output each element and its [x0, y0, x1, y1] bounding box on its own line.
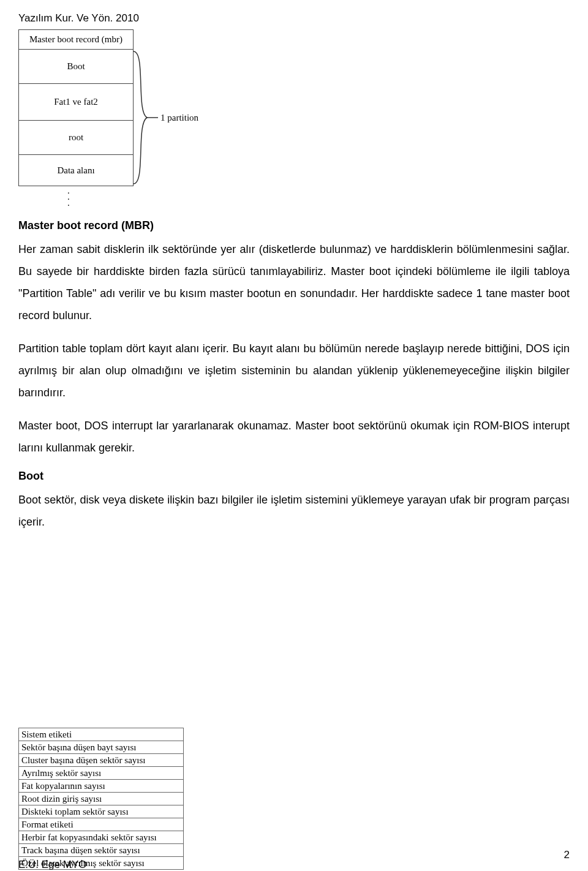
cell-label: Fat1 ve fat2 [54, 97, 98, 107]
boot-sector-fields-table: Sistem etiketi Sektör başına düşen bayt … [18, 728, 184, 870]
table-row: Sektör başına düşen bayt sayısı [19, 741, 184, 754]
table-row: Cluster başına düşen sektör sayısı [19, 754, 184, 767]
table-cell: Fat kopyalarının sayısı [19, 780, 184, 793]
table-row: Ayrılmış sektör sayısı [19, 767, 184, 780]
table-cell: Format etiketi [19, 818, 184, 831]
cell-label: Boot [67, 61, 85, 72]
table-cell: Cluster başına düşen sektör sayısı [19, 754, 184, 767]
mbr-structure-diagram: Master boot record (mbr) Boot Fat1 ve fa… [18, 29, 570, 209]
cell-fat: Fat1 ve fat2 [19, 84, 133, 121]
cell-label: Data alanı [57, 165, 94, 176]
mbr-heading: Master boot record (MBR) [18, 219, 570, 232]
table-cell: Sektör başına düşen bayt sayısı [19, 741, 184, 754]
page: Yazılım Kur. Ve Yön. 2010 Master boot re… [0, 0, 588, 871]
boot-heading: Boot [18, 470, 570, 483]
table-cell: Diskteki toplam sektör sayısı [19, 805, 184, 818]
table-row: Format etiketi [19, 818, 184, 831]
page-number: 2 [564, 849, 570, 861]
body-paragraph: Her zaman sabit disklerin ilk sektöründe… [18, 238, 570, 326]
page-header: Yazılım Kur. Ve Yön. 2010 [18, 12, 570, 25]
body-paragraph: Boot sektör, disk veya diskete ilişkin b… [18, 489, 570, 533]
cell-label: root [69, 132, 83, 143]
body-paragraph: Master boot, DOS interrupt lar yararlana… [18, 415, 570, 459]
table-row: Fat kopyalarının sayısı [19, 780, 184, 793]
cell-root: root [19, 121, 133, 155]
footer-left: E.Ü. Ege MYO [18, 859, 86, 871]
table-row: Root dizin giriş sayısı [19, 793, 184, 805]
table-cell: Track başına düşen sektör sayısı [19, 844, 184, 857]
cell-data: Data alanı [19, 155, 133, 186]
table-row: Track başına düşen sektör sayısı [19, 844, 184, 857]
cell-mbr: Master boot record (mbr) [19, 30, 133, 50]
table-row: Diskteki toplam sektör sayısı [19, 805, 184, 818]
table-cell: Ayrılmış sektör sayısı [19, 767, 184, 780]
table-cell: Sistem etiketi [19, 728, 184, 741]
table-cell: Root dizin giriş sayısı [19, 793, 184, 805]
brace-icon [132, 50, 159, 185]
table-row: Herbir fat kopyasındaki sektör sayısı [19, 831, 184, 844]
table-row: Sistem etiketi [19, 728, 184, 741]
partition-label: 1 partition [160, 113, 198, 123]
disk-layout-table: Master boot record (mbr) Boot Fat1 ve fa… [18, 29, 134, 186]
table-cell: Herbir fat kopyasındaki sektör sayısı [19, 831, 184, 844]
cell-boot: Boot [19, 50, 133, 84]
body-paragraph: Partition table toplam dört kayıt alanı … [18, 337, 570, 404]
cell-label: Master boot record (mbr) [29, 34, 123, 45]
continuation-dots: . . . [67, 187, 70, 206]
